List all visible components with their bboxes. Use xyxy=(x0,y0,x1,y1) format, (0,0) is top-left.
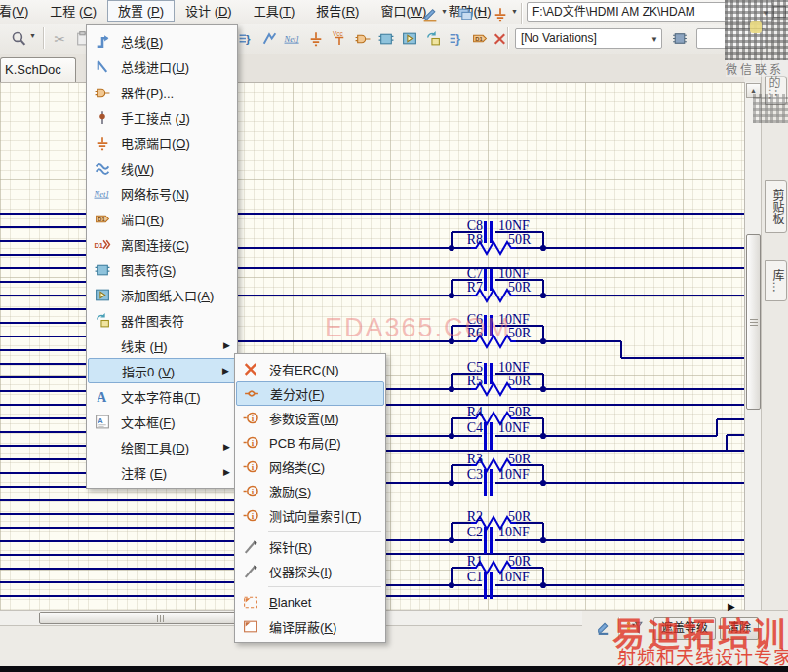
directives-submenu-item-1[interactable]: 差分对(F) xyxy=(236,381,384,406)
chevron-down-icon[interactable]: ▼ xyxy=(650,30,658,49)
part-icon[interactable] xyxy=(352,27,374,49)
designator-label: R7 xyxy=(467,280,483,295)
layers-icon[interactable] xyxy=(454,3,476,24)
variations-combo[interactable]: [No Variations] ▼ xyxy=(515,28,662,49)
menu-item-label: 离图连接(C) xyxy=(121,235,232,254)
mask-pencil-icon[interactable] xyxy=(593,616,614,638)
power-port-icon[interactable] xyxy=(305,27,327,49)
junction-icon-icon xyxy=(93,108,112,126)
harness-icon[interactable]: } xyxy=(446,27,467,49)
toolbar-separator xyxy=(521,3,523,24)
place-menu-item-5[interactable]: 线(W) xyxy=(88,155,236,180)
designator-label: C5 xyxy=(467,360,483,375)
thumb-grip xyxy=(157,615,166,622)
place-menu-item-10[interactable]: 添加图纸入口(A) xyxy=(88,282,236,307)
sheet-entry-icon[interactable] xyxy=(399,27,420,49)
directives-submenu-item-2[interactable]: i参数设置(M) xyxy=(236,406,384,430)
designator-label: 10NF xyxy=(498,570,530,584)
sheet-symbol-icon[interactable] xyxy=(375,27,397,49)
directives-submenu-item-9[interactable]: Blanket xyxy=(236,590,384,614)
place-menu-item-1[interactable]: 总线进口(U) xyxy=(88,54,236,79)
menu-item-label: 添加图纸入口(A) xyxy=(121,286,232,304)
svg-text:Vcc: Vcc xyxy=(333,30,343,37)
sheet-symbol-icon-icon xyxy=(93,260,112,278)
context-arrow-icon: ▶ xyxy=(728,601,735,612)
designator-label: 10NF xyxy=(498,218,530,233)
power-port-icon[interactable] xyxy=(490,3,511,24)
place-menu-item-2[interactable]: 器件(P)... xyxy=(88,79,236,104)
menu-item-label: 探针(R) xyxy=(269,537,380,556)
place-menu-item-12[interactable]: 线束 (H)▶ xyxy=(88,333,236,358)
magnifier-icon[interactable] xyxy=(8,27,29,49)
place-menu-item-11[interactable]: 器件图表符 xyxy=(88,307,236,333)
designator-label: 50R xyxy=(508,509,532,524)
dock-tab-1[interactable]: 剪贴板 xyxy=(765,180,787,233)
menubar-item-5[interactable]: 报告(R) xyxy=(305,0,370,22)
chip-icon[interactable] xyxy=(669,27,690,49)
menubar-item-0[interactable]: 看(V) xyxy=(0,0,39,22)
sketch-icon[interactable] xyxy=(419,3,441,24)
probe-icon-icon xyxy=(241,563,260,580)
chevron-down-icon[interactable]: ▼ xyxy=(441,8,448,15)
port-icon[interactable]: D1 xyxy=(469,27,491,49)
vertical-scroll-thumb[interactable] xyxy=(746,234,761,410)
directives-submenu-item-7[interactable]: 探针(R) xyxy=(236,534,384,559)
place-menu-item-15[interactable]: A文本框(F) xyxy=(88,409,236,434)
key-icon xyxy=(750,21,762,33)
place-menu-item-7[interactable]: D1端口(R) xyxy=(88,206,236,231)
place-menu-item-4[interactable]: 电源端口(O) xyxy=(88,130,236,155)
menu-item-label: 图表符(S) xyxy=(121,260,232,279)
menu-item-label: 网络标号(N) xyxy=(121,184,232,203)
directives-submenu-item-10[interactable]: 编译屏蔽(K) xyxy=(236,614,384,639)
menu-item-label: 差分对(F) xyxy=(270,384,379,403)
svg-text:D1: D1 xyxy=(98,217,105,222)
chevron-down-icon[interactable]: ▼ xyxy=(29,32,36,39)
brand-watermark-sub: 射频和天线设计专家 xyxy=(617,643,788,669)
menu-item-label: Blanket xyxy=(269,595,380,610)
directives-submenu-item-6[interactable]: i测试向量索引(T) xyxy=(236,503,384,528)
directives-submenu-item-5[interactable]: i激励(S) xyxy=(236,479,384,503)
place-menu-item-6[interactable]: Net]网络标号(N) xyxy=(88,180,236,206)
menu-item-label: 手工接点 (J) xyxy=(121,108,232,127)
designator-label: 50R xyxy=(508,374,532,388)
menu-item-label: 端口(R) xyxy=(121,210,232,228)
place-menu-item-17[interactable]: 注释 (E)▶ xyxy=(88,459,236,485)
menubar-item-2[interactable]: 放置 (P) xyxy=(107,0,175,22)
menu-item-label: PCB 布局(P) xyxy=(269,433,380,452)
menubar-item-3[interactable]: 设计 (D) xyxy=(175,0,243,22)
offsheet-icon-icon: D1 xyxy=(93,235,112,253)
polyline-icon[interactable] xyxy=(258,27,280,49)
document-tab[interactable]: K.SchDoc xyxy=(0,57,76,82)
device-sheet-icon[interactable] xyxy=(422,27,444,49)
harness-wires-icon[interactable]: } xyxy=(235,27,256,49)
directives-submenu-item-0[interactable]: 没有ERC(N) xyxy=(236,357,384,381)
port-icon-icon: D1 xyxy=(93,210,112,227)
place-menu-item-9[interactable]: 图表符(S) xyxy=(88,257,236,282)
scissors-icon[interactable]: ✂ xyxy=(51,27,72,49)
chevron-down-icon[interactable]: ▼ xyxy=(476,8,483,15)
vertical-scrollbar[interactable]: ▲ xyxy=(744,82,761,610)
directives-submenu-item-8[interactable]: 仪器探头(I) xyxy=(236,559,384,583)
place-menu-item-8[interactable]: D1离图连接(C) xyxy=(88,231,236,257)
designator-label: R8 xyxy=(467,232,483,247)
directives-submenu-item-4[interactable]: i网络类(C) xyxy=(236,455,384,479)
menubar-item-1[interactable]: 工程 (C) xyxy=(39,0,107,22)
place-menu-item-16[interactable]: 绘图工具(D)▶ xyxy=(88,434,236,459)
place-menu-item-14[interactable]: A文本字符串(T) xyxy=(88,383,236,409)
svg-text:A: A xyxy=(98,415,103,424)
menu-item-label: 器件(P)... xyxy=(121,83,232,101)
net-label-icon[interactable]: Net] xyxy=(282,27,303,49)
directives-submenu-item-3[interactable]: iPCB 布局(P) xyxy=(236,430,384,455)
place-menu-item-0[interactable]: 总线(B) xyxy=(88,28,236,54)
place-menu-item-3[interactable]: 手工接点 (J) xyxy=(88,104,236,130)
chevron-down-icon[interactable]: ▼ xyxy=(511,8,518,15)
directives-submenu: 没有ERC(N)差分对(F)i参数设置(M)iPCB 布局(P)i网络类(C)i… xyxy=(234,353,386,643)
no-icon xyxy=(94,362,113,379)
menubar-item-4[interactable]: 工具(T) xyxy=(243,0,306,22)
net-label-icon-icon: Net] xyxy=(93,184,112,202)
place-menu-item-13[interactable]: 指示0 (V)▶ xyxy=(88,358,236,383)
dock-tab-2[interactable]: 库… xyxy=(765,260,787,301)
svg-text:i: i xyxy=(252,511,255,521)
no-icon xyxy=(93,463,112,481)
vcc-icon[interactable]: Vcc xyxy=(329,27,350,49)
